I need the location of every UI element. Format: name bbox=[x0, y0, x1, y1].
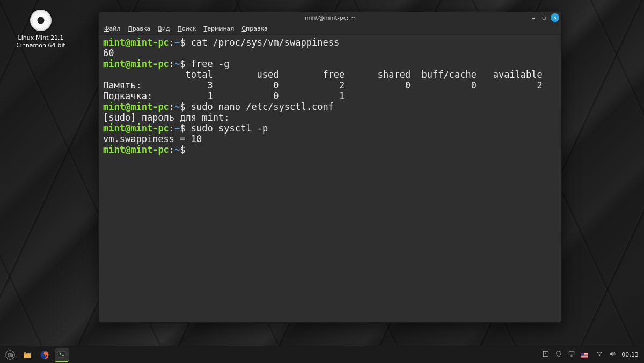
prompt-host: mint-pc bbox=[130, 37, 169, 48]
svg-rect-11 bbox=[581, 357, 588, 358]
terminal-body[interactable]: mint@mint-pc:~$ cat /proc/sys/vm/swappin… bbox=[99, 35, 561, 322]
taskbar-terminal-button[interactable] bbox=[55, 348, 69, 362]
tray-updates-icon[interactable] bbox=[542, 350, 550, 359]
tray-clock[interactable]: 00:13 bbox=[621, 351, 639, 358]
desktop-icon-installer[interactable]: Linux Mint 21.1 Cinnamon 64-bit bbox=[16, 10, 65, 49]
svg-rect-10 bbox=[581, 357, 588, 357]
tray-network-icon[interactable] bbox=[596, 350, 603, 359]
terminal-window: mint@mint-pc: ~ Файл Правка Вид Поиск Те… bbox=[98, 12, 562, 323]
tray-volume-icon[interactable] bbox=[609, 350, 616, 359]
menu-search[interactable]: Поиск bbox=[178, 25, 196, 32]
command-2: free -g bbox=[191, 58, 230, 69]
command-1: cat /proc/sys/vm/swappiness bbox=[191, 37, 339, 48]
window-maximize-button[interactable] bbox=[540, 13, 548, 22]
taskbar-files-button[interactable] bbox=[20, 348, 34, 362]
menu-view[interactable]: Вид bbox=[158, 25, 170, 32]
tray-keyboard-layout-icon[interactable] bbox=[581, 352, 590, 358]
prompt-user: mint bbox=[103, 37, 125, 48]
window-titlebar[interactable]: mint@mint-pc: ~ bbox=[99, 12, 561, 23]
system-tray: 00:13 bbox=[542, 350, 641, 359]
firefox-icon bbox=[40, 350, 49, 360]
svg-point-0 bbox=[6, 350, 15, 359]
command-3: sudo nano /etc/sysctl.conf bbox=[191, 101, 334, 112]
free-swap-row: Подкачка: 1 0 1 bbox=[103, 91, 345, 101]
desktop-icon-label: Linux Mint 21.1 Cinnamon 64-bit bbox=[16, 34, 65, 49]
command-4: sudo sysctl -p bbox=[191, 123, 268, 134]
taskbar-firefox-button[interactable] bbox=[38, 348, 52, 362]
svg-rect-12 bbox=[581, 353, 584, 355]
tray-shield-icon[interactable] bbox=[555, 350, 562, 359]
sudo-prompt: [sudo] пароль для mint: bbox=[103, 112, 229, 123]
output-1: 60 bbox=[103, 48, 114, 58]
disc-icon bbox=[30, 10, 52, 31]
terminal-icon bbox=[57, 350, 67, 359]
window-minimize-button[interactable] bbox=[529, 13, 538, 22]
menu-help[interactable]: Справка bbox=[241, 25, 267, 32]
output-4: vm.swappiness = 10 bbox=[103, 134, 202, 144]
window-close-button[interactable] bbox=[551, 13, 559, 22]
free-header: total used free shared buff/cache availa… bbox=[103, 69, 543, 80]
free-mem-row: Память: 3 0 2 0 0 2 bbox=[103, 80, 543, 91]
svg-rect-4 bbox=[569, 352, 574, 355]
folder-icon bbox=[23, 350, 32, 360]
menu-edit[interactable]: Правка bbox=[128, 25, 150, 32]
menu-file[interactable]: Файл bbox=[104, 25, 120, 32]
window-title: mint@mint-pc: ~ bbox=[305, 14, 356, 21]
svg-rect-2 bbox=[58, 351, 65, 358]
svg-rect-9 bbox=[581, 355, 588, 356]
mint-logo-icon bbox=[5, 350, 15, 360]
tray-display-icon[interactable] bbox=[568, 350, 575, 359]
taskbar: 00:13 bbox=[0, 346, 644, 363]
menu-terminal[interactable]: Терминал bbox=[203, 25, 234, 32]
window-controls bbox=[529, 13, 559, 22]
window-menubar: Файл Правка Вид Поиск Терминал Справка bbox=[99, 23, 561, 35]
prompt-path: ~ bbox=[174, 37, 180, 48]
start-menu-button[interactable] bbox=[3, 348, 17, 362]
